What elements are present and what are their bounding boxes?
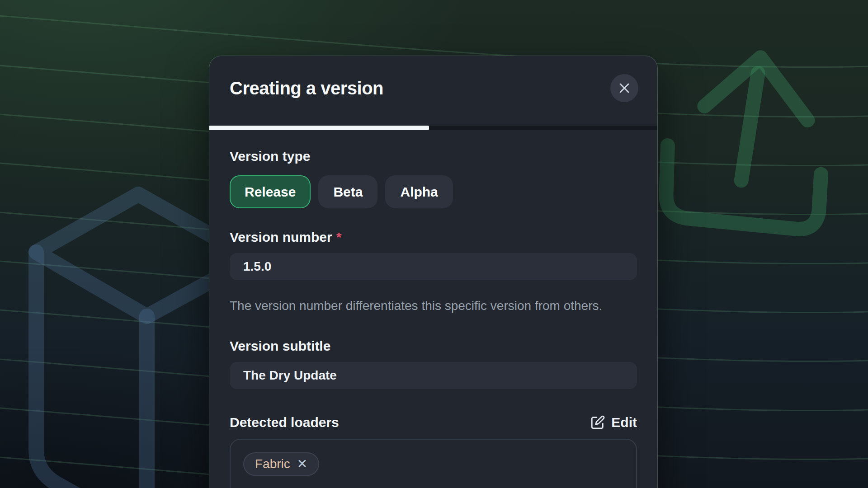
version-subtitle-label: Version subtitle <box>230 338 637 354</box>
version-type-alpha-button[interactable]: Alpha <box>385 175 453 208</box>
modal-header: Creating a version <box>209 56 657 126</box>
version-type-options: Release Beta Alpha <box>230 175 637 208</box>
progress-bar <box>209 126 657 130</box>
modal-title: Creating a version <box>230 77 383 99</box>
detected-loaders-label: Detected loaders <box>230 414 339 431</box>
upload-icon <box>660 49 835 232</box>
version-number-label: Version number* <box>230 229 637 245</box>
close-button[interactable] <box>610 74 638 102</box>
progress-fill <box>209 126 429 130</box>
page-background: Creating a version Version type Release … <box>0 0 868 488</box>
loaders-box: Fabric ✕ <box>230 439 637 488</box>
version-subtitle-section: Version subtitle <box>230 338 637 389</box>
loader-chip-label: Fabric <box>255 457 290 471</box>
edit-button-label: Edit <box>611 415 637 430</box>
version-number-input[interactable] <box>230 253 637 280</box>
loader-chip-fabric: Fabric ✕ <box>243 452 319 476</box>
edit-loaders-button[interactable]: Edit <box>590 415 637 430</box>
version-type-label: Version type <box>230 148 637 164</box>
detected-loaders-header: Detected loaders Edit <box>230 414 637 431</box>
version-subtitle-input[interactable] <box>230 362 637 389</box>
remove-icon: ✕ <box>297 457 307 471</box>
edit-icon <box>590 415 605 430</box>
detected-loaders-section: Detected loaders Edit Fabric ✕ <box>230 414 637 488</box>
version-number-section: Version number* The version number diffe… <box>230 229 637 314</box>
close-icon <box>618 82 631 94</box>
version-type-section: Version type Release Beta Alpha <box>230 148 637 208</box>
modal-content: Version type Release Beta Alpha Version … <box>209 130 657 488</box>
required-asterisk: * <box>336 230 342 244</box>
version-type-beta-button[interactable]: Beta <box>318 175 377 208</box>
version-type-release-button[interactable]: Release <box>230 175 311 208</box>
create-version-modal: Creating a version Version type Release … <box>209 56 658 488</box>
remove-loader-button[interactable]: ✕ <box>297 458 307 470</box>
version-number-help: The version number differentiates this s… <box>230 297 627 314</box>
